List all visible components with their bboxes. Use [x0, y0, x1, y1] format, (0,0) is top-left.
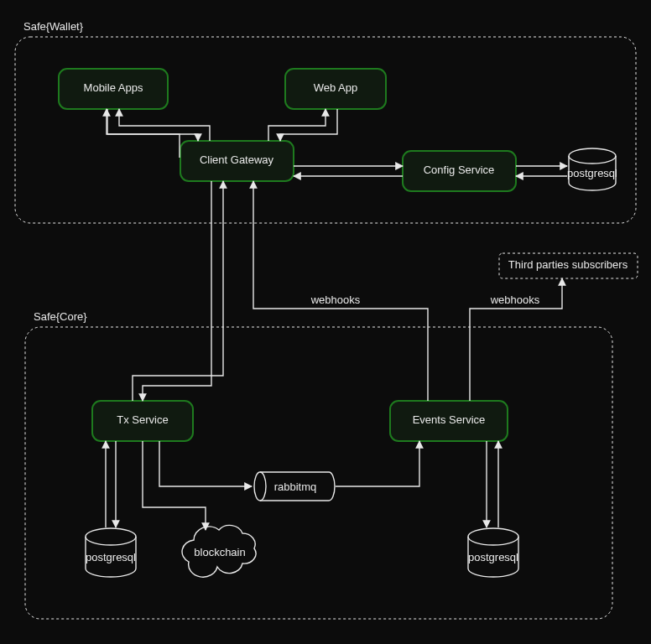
- node-events-service-label: Events Service: [413, 413, 486, 426]
- group-safe-wallet: [15, 37, 636, 223]
- group-safe-core-label: Safe{Core}: [34, 310, 87, 323]
- node-config-service-label: Config Service: [424, 164, 495, 176]
- node-mobile-apps-label: Mobile Apps: [84, 81, 143, 94]
- queue-rabbitmq-label: rabbitmq: [274, 480, 317, 493]
- edge-client-gateway-to-mobile: [119, 109, 210, 141]
- node-web-app-label: Web App: [314, 81, 358, 94]
- node-tx-service-label: Tx Service: [117, 413, 168, 426]
- queue-rabbitmq: rabbitmq: [254, 472, 335, 501]
- edge-tx-to-rabbitmq: [159, 441, 252, 486]
- node-blockchain: blockchain: [182, 525, 256, 577]
- group-safe-core: [25, 327, 612, 619]
- db-postgresql-config-label: postgresql: [567, 167, 617, 179]
- db-postgresql-events-label: postgresql: [468, 551, 518, 564]
- edge-mobile-to-client-gateway: [107, 109, 198, 141]
- edge-client-gateway-to-web: [268, 109, 326, 141]
- node-third-parties-label: Third parties subscribers: [508, 258, 628, 271]
- db-postgresql-tx-label: postgresql: [86, 551, 136, 564]
- edge-tx-to-client-gateway: [133, 181, 223, 401]
- db-postgresql-events: postgresql: [468, 528, 518, 577]
- node-client-gateway-label: Client Gateway: [200, 153, 274, 166]
- edge-tx-to-blockchain: [143, 441, 206, 530]
- svg-point-1: [254, 472, 266, 501]
- svg-point-0: [569, 148, 616, 164]
- db-postgresql-tx: postgresql: [86, 528, 136, 577]
- edge-client-gateway-to-tx: [143, 181, 211, 401]
- edge-rabbitmq-to-events: [336, 441, 419, 486]
- db-postgresql-config: postgresql: [567, 148, 617, 190]
- group-safe-wallet-label: Safe{Wallet}: [23, 20, 84, 33]
- edge-events-to-client-gateway: [253, 181, 428, 401]
- edge-events-to-third-parties-label: webhooks: [490, 293, 540, 306]
- edge-client-gateway-to-mobile: [107, 109, 180, 158]
- svg-point-2: [86, 528, 136, 545]
- node-blockchain-label: blockchain: [194, 546, 245, 558]
- edge-events-to-client-gateway-label: webhooks: [310, 293, 361, 306]
- svg-point-3: [468, 528, 518, 545]
- edge-web-to-client-gateway: [280, 109, 337, 141]
